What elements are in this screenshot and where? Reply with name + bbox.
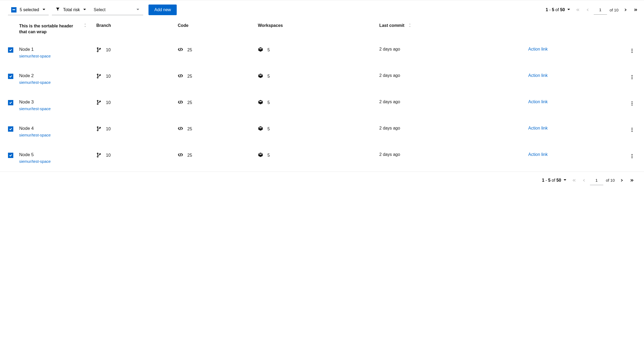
add-new-button[interactable]: Add new: [148, 5, 177, 15]
filter-value-placeholder: Select: [94, 7, 105, 12]
column-select: [0, 19, 16, 40]
filter-attribute-label: Total risk: [63, 7, 80, 12]
column-branch-header: Branch: [93, 19, 175, 40]
data-table: This is the sortable header that can wra…: [0, 19, 644, 172]
row-action-link[interactable]: Action link: [528, 152, 548, 157]
funnel-icon: [56, 7, 60, 13]
cube-icon: [258, 47, 263, 53]
filter-attribute-dropdown[interactable]: Total risk: [52, 5, 90, 15]
bulk-select-indeterminate-icon: [11, 7, 16, 13]
row-code-value: 25: [187, 153, 192, 158]
caret-down-icon: [83, 7, 86, 12]
row-workspaces-value: 5: [267, 127, 270, 131]
pagination-top: 1 - 5 of 50 of 10: [544, 5, 640, 15]
pagination-next-button[interactable]: [621, 6, 630, 14]
branch-icon: [96, 99, 102, 106]
cube-icon: [258, 152, 263, 159]
row-sublink[interactable]: siemur/test-space: [19, 133, 90, 137]
row-workspaces-value: 5: [267, 48, 270, 52]
code-icon: [178, 73, 183, 80]
filter-group: Total risk Select: [52, 5, 143, 15]
row-checkbox[interactable]: [8, 100, 13, 105]
code-icon: [178, 47, 183, 53]
row-last-commit: 2 days ago: [379, 126, 400, 130]
row-action-link[interactable]: Action link: [528, 47, 548, 51]
row-last-commit: 2 days ago: [379, 73, 400, 78]
filter-value-dropdown[interactable]: Select: [90, 5, 143, 15]
row-name: Node 4: [19, 126, 90, 131]
row-checkbox[interactable]: [8, 153, 13, 158]
column-action-header: [525, 19, 625, 40]
branch-icon: [96, 47, 102, 53]
row-sublink[interactable]: siemur/test-space: [19, 80, 90, 85]
row-branch-value: 10: [106, 127, 111, 131]
pagination-next-button[interactable]: [617, 176, 626, 185]
branch-icon: [96, 73, 102, 80]
row-kebab-menu[interactable]: [628, 73, 636, 81]
row-checkbox[interactable]: [8, 47, 13, 53]
code-icon: [178, 126, 183, 132]
bulk-select-dropdown[interactable]: 5 selected: [8, 5, 49, 15]
table-row: Node 4 siemur/test-space 10 25 5 2 days …: [0, 119, 644, 145]
cube-icon: [258, 73, 263, 80]
caret-down-icon: [563, 178, 567, 183]
row-branch-value: 10: [106, 153, 111, 158]
sort-arrows-icon: [408, 23, 411, 28]
branch-icon: [96, 126, 102, 132]
row-action-link[interactable]: Action link: [528, 73, 548, 78]
pagination-first-button[interactable]: [573, 6, 582, 14]
cube-icon: [258, 99, 263, 106]
row-kebab-menu[interactable]: [628, 47, 636, 55]
row-name: Node 1: [19, 47, 90, 52]
column-name-header[interactable]: This is the sortable header that can wra…: [16, 19, 93, 40]
code-icon: [178, 152, 183, 159]
pagination-page-input[interactable]: [590, 176, 603, 185]
toolbar: 5 selected Total risk Select Add new 1 -…: [0, 0, 644, 19]
row-kebab-menu[interactable]: [628, 152, 636, 160]
pagination-range-dropdown[interactable]: 1 - 5 of 50: [540, 177, 568, 184]
bulk-select-label: 5 selected: [20, 7, 39, 12]
column-code-header: Code: [175, 19, 255, 40]
row-last-commit: 2 days ago: [379, 47, 400, 51]
row-code-value: 25: [187, 74, 192, 79]
pagination-last-button[interactable]: [628, 176, 636, 185]
table-header-row: This is the sortable header that can wra…: [0, 19, 644, 40]
pagination-prev-button[interactable]: [584, 6, 592, 14]
row-code-value: 25: [187, 48, 192, 52]
row-branch-value: 10: [106, 74, 111, 79]
footer-bar: 1 - 5 of 50 of 10: [0, 172, 644, 189]
row-code-value: 25: [187, 127, 192, 131]
caret-down-icon: [567, 7, 570, 12]
row-sublink[interactable]: siemur/test-space: [19, 159, 90, 164]
pagination-page-input[interactable]: [594, 5, 607, 15]
row-workspaces-value: 5: [267, 153, 270, 158]
row-sublink[interactable]: siemur/test-space: [19, 106, 90, 111]
row-kebab-menu[interactable]: [628, 126, 636, 134]
column-kebab-header: [625, 19, 644, 40]
code-icon: [178, 99, 183, 106]
row-checkbox[interactable]: [8, 126, 13, 132]
row-checkbox[interactable]: [8, 74, 13, 79]
pagination-first-button[interactable]: [570, 176, 578, 185]
table-row: Node 2 siemur/test-space 10 25 5 2 days …: [0, 66, 644, 93]
pagination-prev-button[interactable]: [580, 176, 588, 185]
table-row: Node 1 siemur/test-space 10 25 5 2 days …: [0, 40, 644, 66]
pagination-range-dropdown[interactable]: 1 - 5 of 50: [544, 6, 572, 13]
table-row: Node 5 siemur/test-space 10 25 5 2 days …: [0, 145, 644, 172]
cube-icon: [258, 126, 263, 132]
column-workspaces-header: Workspaces: [255, 19, 376, 40]
row-action-link[interactable]: Action link: [528, 126, 548, 130]
row-sublink[interactable]: siemur/test-space: [19, 54, 90, 58]
row-last-commit: 2 days ago: [379, 152, 400, 157]
pagination-of-pages: of 10: [609, 8, 620, 12]
row-action-link[interactable]: Action link: [528, 99, 548, 104]
column-last-commit-header[interactable]: Last commit: [376, 19, 525, 40]
pagination-last-button[interactable]: [631, 6, 640, 14]
caret-down-icon: [136, 7, 139, 12]
pagination-of-pages: of 10: [605, 178, 616, 182]
row-name: Node 2: [19, 73, 90, 78]
row-kebab-menu[interactable]: [628, 99, 636, 107]
row-name: Node 5: [19, 152, 90, 157]
table-row: Node 3 siemur/test-space 10 25 5 2 days …: [0, 93, 644, 119]
row-code-value: 25: [187, 100, 192, 105]
